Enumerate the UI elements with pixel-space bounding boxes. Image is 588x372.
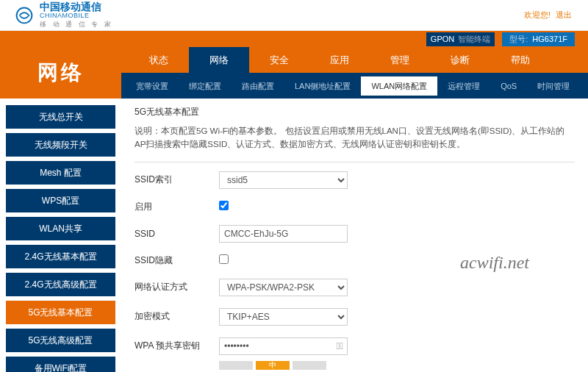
subnav-tab-6[interactable]: QoS — [490, 76, 527, 96]
subnav-tab-0[interactable]: 宽带设置 — [126, 76, 179, 96]
sidebar-item-1[interactable]: 无线频段开关 — [6, 133, 115, 157]
strength-bar-2: 中 — [256, 361, 290, 370]
logout-link[interactable]: 退出 — [556, 10, 572, 19]
sidebar-item-8[interactable]: 5G无线高级配置 — [6, 329, 115, 352]
subnav-tab-5[interactable]: 远程管理 — [437, 76, 490, 96]
sidebar-item-5[interactable]: 2.4G无线基本配置 — [6, 245, 115, 268]
label-encrypt: 加密模式 — [135, 310, 219, 323]
nav-tab-3[interactable]: 应用 — [309, 47, 370, 73]
separator — [135, 162, 575, 162]
strength-meter: 中 — [219, 361, 575, 370]
sidebar-item-7[interactable]: 5G无线基本配置 — [6, 301, 115, 324]
label-enable: 启用 — [135, 201, 219, 213]
strength-bar-1 — [219, 361, 253, 370]
sidebar-item-0[interactable]: 无线总开关 — [6, 105, 115, 129]
label-auth: 网络认证方式 — [135, 281, 219, 293]
nav-tab-0[interactable]: 状态 — [129, 47, 189, 73]
nav-sub: 宽带设置绑定配置路由配置LAN侧地址配置WLAN网络配置远程管理QoS时间管理 — [121, 73, 588, 99]
sidebar-item-9[interactable]: 备用WiFi配置 — [6, 357, 115, 372]
brand-name-en: CHINAMOBILE — [40, 12, 113, 19]
subnav-tab-7[interactable]: 时间管理 — [527, 76, 580, 96]
eye-icon[interactable]: 👁̸ — [337, 340, 344, 351]
sidebar: 无线总开关无线频段开关Mesh 配置WPS配置WLAN共享2.4G无线基本配置2… — [0, 99, 121, 372]
model-value: HG6371F — [532, 35, 567, 43]
section-title: 5G无线基本配置 — [135, 106, 575, 118]
nav-tab-6[interactable]: 帮助 — [490, 47, 551, 73]
nav-main: 状态网络安全应用管理诊断帮助 — [121, 47, 588, 73]
chinamobile-logo-icon — [15, 6, 34, 25]
conn-type: GPON — [431, 35, 454, 43]
label-ssid: SSID — [135, 229, 219, 239]
nav-tab-2[interactable]: 安全 — [249, 47, 309, 73]
subnav-tab-2[interactable]: 路由配置 — [232, 76, 284, 96]
section-desc: 说明：本页配置5G Wi-Fi的基本参数。 包括设置启用或禁用无线LAN口、设置… — [135, 124, 575, 151]
ssid-input[interactable] — [219, 225, 348, 243]
ssid-index-select[interactable]: ssid5 — [219, 171, 348, 189]
model-badge: 型号:HG6371F — [502, 32, 575, 46]
subnav-tab-4[interactable]: WLAN网络配置 — [361, 76, 437, 96]
welcome-link[interactable]: 欢迎您! — [524, 10, 551, 19]
nav-tab-4[interactable]: 管理 — [370, 47, 430, 73]
label-ssid-hide: SSID隐藏 — [135, 254, 219, 267]
enable-checkbox[interactable] — [219, 201, 229, 210]
brand-logo: 中国移动通信 CHINAMOBILE 移 动 通 信 专 家 — [15, 1, 113, 29]
nav-tab-5[interactable]: 诊断 — [430, 47, 490, 73]
psk-input[interactable] — [219, 337, 348, 355]
encrypt-select[interactable]: TKIP+AES — [219, 308, 348, 326]
section-brand: 网络 — [0, 47, 121, 99]
model-label: 型号: — [509, 35, 528, 43]
subnav-tab-1[interactable]: 绑定配置 — [179, 76, 232, 96]
content-panel: 5G无线基本配置 说明：本页配置5G Wi-Fi的基本参数。 包括设置启用或禁用… — [121, 99, 588, 372]
brand-tagline: 移 动 通 信 专 家 — [40, 20, 113, 29]
subnav-tab-3[interactable]: LAN侧地址配置 — [284, 76, 361, 96]
ssid-hide-checkbox[interactable] — [219, 254, 229, 264]
label-psk: WPA 预共享密钥 — [135, 340, 219, 352]
strength-bar-3 — [293, 361, 326, 370]
brand-name-cn: 中国移动通信 — [40, 1, 113, 12]
sidebar-item-3[interactable]: WPS配置 — [6, 189, 115, 212]
auth-select[interactable]: WPA-PSK/WPA2-PSK — [219, 279, 348, 296]
sidebar-item-4[interactable]: WLAN共享 — [6, 217, 115, 240]
connection-badge: GPON 智能终端 — [426, 32, 495, 46]
sidebar-item-6[interactable]: 2.4G无线高级配置 — [6, 273, 115, 296]
label-ssid-index: SSID索引 — [135, 174, 219, 186]
conn-status: 智能终端 — [458, 34, 490, 45]
sidebar-item-2[interactable]: Mesh 配置 — [6, 161, 115, 185]
nav-tab-1[interactable]: 网络 — [189, 47, 249, 73]
